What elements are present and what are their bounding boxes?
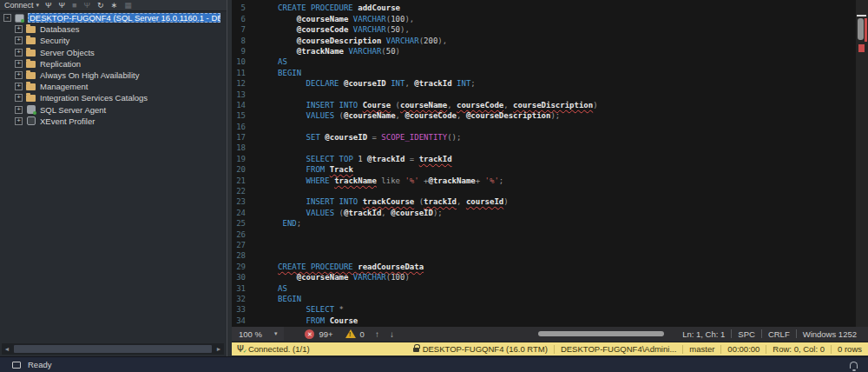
expand-icon[interactable]: +: [15, 25, 23, 33]
arrow-down-icon[interactable]: ↓: [390, 329, 394, 339]
code-line[interactable]: 32 BEGIN: [232, 294, 856, 304]
error-count[interactable]: 99+: [319, 329, 332, 339]
scrollbar-thumb[interactable]: [858, 18, 864, 40]
code-token: INT: [457, 78, 470, 89]
object-explorer-horizontal-scrollbar[interactable]: ◄ ►: [2, 343, 224, 355]
folder-icon: [26, 61, 36, 68]
scroll-right-icon[interactable]: ►: [214, 346, 224, 352]
encoding[interactable]: Windows 1252: [797, 329, 863, 339]
connect-label: Connect: [4, 1, 34, 10]
code-line[interactable]: 14 INSERT INTO Course (courseName, cours…: [232, 100, 856, 110]
code-token: ();: [447, 132, 461, 143]
tree-item-label: Databases: [40, 24, 79, 34]
tree-item-server-objects[interactable]: +Server Objects: [0, 47, 227, 58]
code-line[interactable]: 13: [232, 90, 856, 100]
folder-icon: [26, 72, 36, 79]
tree-item-server[interactable]: - DESKTOP-FUGQNF4 (SQL Server 16.0.1160.…: [0, 12, 227, 23]
code-token: [254, 218, 283, 229]
tree-item-databases[interactable]: +Databases: [0, 23, 227, 35]
sql-editor[interactable]: 45 CREATE PROCEDURE addCourse6 @courseNa…: [232, 0, 868, 327]
code-token: addCourse: [358, 3, 400, 13]
code-line[interactable]: 29 CREATE PROCEDURE readCourseData: [232, 262, 856, 272]
code-line[interactable]: 6 @courseName VARCHAR(100),: [232, 14, 856, 24]
expand-icon[interactable]: +: [15, 37, 23, 44]
code-line[interactable]: 12 DECLARE @courseID INT, @trackId INT;: [232, 78, 856, 89]
lock-icon: [413, 348, 419, 352]
code-token: ,: [396, 110, 405, 121]
code-line[interactable]: 21 WHERE trackName like '%' +@trackName+…: [232, 176, 856, 186]
expand-icon[interactable]: +: [15, 71, 23, 79]
code-line[interactable]: 34 FROM Course: [232, 316, 856, 326]
tree-item-sql-server-agent[interactable]: +SQL Server Agent: [0, 104, 227, 116]
code-line[interactable]: 16: [232, 122, 856, 132]
indent-mode[interactable]: SPC: [732, 329, 761, 339]
code-line[interactable]: 9 @trackName VARCHAR(50): [232, 46, 856, 56]
code-line[interactable]: 7 @courseCode VARCHAR(50),: [232, 24, 856, 35]
expand-icon[interactable]: +: [15, 94, 23, 102]
code-token: [254, 46, 297, 56]
expand-icon[interactable]: +: [15, 106, 23, 114]
tree-item-security[interactable]: +Security: [0, 35, 227, 46]
code-token: [254, 14, 297, 24]
code-line[interactable]: 23 INSERT INTO trackCourse (trackId, cou…: [232, 196, 856, 207]
tree-item-management[interactable]: +Management: [0, 81, 227, 92]
code-line[interactable]: 27: [232, 240, 856, 250]
code-line[interactable]: 18: [232, 143, 856, 153]
code-line[interactable]: 24 VALUES (@trackId, @courseID);: [232, 208, 856, 218]
code-line[interactable]: 11 BEGIN: [232, 68, 856, 78]
code-token: @courseDescription: [466, 110, 551, 121]
expand-icon[interactable]: +: [15, 117, 23, 125]
code-token: ,: [457, 110, 466, 121]
code-line[interactable]: 26: [232, 229, 856, 240]
refresh-icon[interactable]: ↻: [97, 0, 104, 10]
tree-item-label: Replication: [40, 59, 81, 69]
line-number: 18: [232, 143, 254, 153]
warning-count[interactable]: 0: [360, 329, 365, 339]
expand-icon[interactable]: +: [15, 60, 23, 68]
line-number: 32: [232, 294, 254, 304]
code-token: ): [404, 272, 409, 282]
scroll-left-icon[interactable]: ◄: [2, 346, 12, 352]
tree-item-integration-services-catalogs[interactable]: +Integration Services Catalogs: [0, 92, 227, 103]
code-token: ): [503, 196, 508, 207]
tree-item-replication[interactable]: +Replication: [0, 58, 227, 70]
agent-icon: [27, 105, 36, 114]
cursor-position[interactable]: Ln: 1, Ch: 1: [676, 329, 731, 339]
expand-icon[interactable]: +: [15, 83, 23, 90]
code-token: INSERT INTO: [306, 196, 363, 207]
warning-icon[interactable]: [345, 329, 356, 338]
code-line[interactable]: 22: [232, 186, 856, 196]
code-line[interactable]: 8 @courseDescription VARCHAR(200),: [232, 36, 856, 46]
expand-icon[interactable]: +: [15, 49, 23, 56]
code-line[interactable]: 15 VALUES (@courseName, @courseCode, @co…: [232, 110, 856, 121]
code-line[interactable]: 20 FROM Track: [232, 164, 856, 175]
code-line[interactable]: 33 SELECT *: [232, 304, 856, 315]
connect-icon[interactable]: Ψ: [45, 0, 52, 10]
code-token: @trackId: [414, 78, 457, 89]
filter-icon[interactable]: ∗: [111, 0, 118, 10]
detach-icon: Ψ: [84, 0, 91, 10]
tree-item-always-on-high-availability[interactable]: +Always On High Availability: [0, 70, 227, 81]
code-line[interactable]: 31 AS: [232, 283, 856, 294]
code-line[interactable]: 30 @courseName VARCHAR(100): [232, 272, 856, 282]
editor-vertical-scrollbar[interactable]: [856, 0, 868, 327]
notification-bell-icon[interactable]: [850, 362, 858, 369]
line-number: 8: [232, 36, 254, 46]
connect-button[interactable]: Connect ▾: [4, 1, 39, 10]
disconnect-icon[interactable]: Ψ: [59, 0, 66, 10]
ssms-window: Connect ▾ ΨΨ■Ψ↻∗▦ - DESKTOP-FUGQNF4 (SQL…: [0, 0, 868, 372]
editor-horizontal-scrollbar[interactable]: [538, 331, 664, 336]
arrow-up-icon[interactable]: ↑: [375, 329, 379, 339]
code-line[interactable]: 28: [232, 250, 856, 261]
zoom-dropdown[interactable]: 100 % ▾: [232, 327, 284, 341]
code-line[interactable]: 17 SET @courseID = SCOPE_IDENTITY();: [232, 132, 856, 143]
code-line[interactable]: 5 CREATE PROCEDURE addCourse: [232, 3, 856, 13]
code-line[interactable]: 25 END;: [232, 218, 856, 229]
code-line[interactable]: 10 AS: [232, 56, 856, 67]
scrollbar-thumb[interactable]: [14, 345, 212, 353]
tree-item-xevent-profiler[interactable]: +XEvent Profiler: [0, 116, 227, 127]
error-icon[interactable]: ✕: [305, 329, 314, 339]
collapse-icon[interactable]: -: [3, 14, 11, 22]
line-ending[interactable]: CRLF: [762, 329, 796, 339]
code-line[interactable]: 19 SELECT TOP 1 @trackId = trackId: [232, 154, 856, 164]
